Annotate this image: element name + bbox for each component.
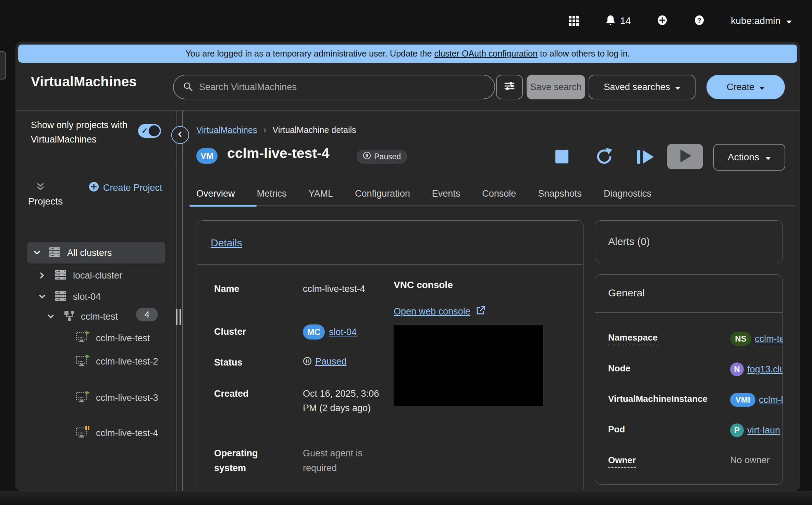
tree-item-vm-cclm-live-test-3[interactable]: cclm-live-test-3	[75, 391, 159, 406]
plus-circle-icon	[657, 15, 668, 27]
details-card: Details Name cclm-live-test-4 Cluster MC…	[197, 220, 583, 491]
actions-dropdown[interactable]: Actions	[713, 144, 785, 171]
notifications-button[interactable]: 14	[605, 15, 631, 27]
tree-item-vm-cclm-live-test-2[interactable]: cclm-live-test-2	[75, 354, 159, 369]
alerts-card: Alerts (0)	[595, 220, 783, 263]
name-value: cclm-live-test-4	[303, 282, 385, 296]
node-link[interactable]: fog13.clu	[747, 364, 783, 375]
tab-yaml[interactable]: YAML	[309, 188, 333, 199]
search-input[interactable]	[198, 82, 485, 93]
left-drawer-handle[interactable]	[0, 51, 6, 79]
status-badge-label: Paused	[374, 152, 401, 161]
breadcrumb-virtualmachines-link[interactable]: VirtualMachines	[196, 125, 257, 135]
vmi-link[interactable]: cclm-li	[759, 395, 783, 405]
chevron-down-icon	[33, 249, 41, 257]
namespace-value: NS cclm-te	[730, 332, 783, 346]
tab-bar-underline	[257, 206, 795, 206]
chevron-down-icon	[47, 312, 55, 321]
tab-diagnostics[interactable]: Diagnostics	[604, 188, 652, 199]
managed-cluster-badge: MC	[303, 324, 325, 340]
banner-text-after: to allow others to log in.	[538, 49, 630, 58]
tab-console[interactable]: Console	[482, 188, 516, 199]
tree-item-label: cclm-live-test	[96, 331, 159, 345]
owner-value: No owner	[730, 455, 783, 466]
tree-item-label: cclm-live-test-2	[96, 354, 159, 369]
banner-text-before: You are logged in as a temporary adminis…	[185, 49, 434, 58]
alerts-heading[interactable]: Alerts (0)	[608, 236, 650, 247]
caret-down-icon	[786, 15, 792, 26]
tree-item-all-clusters[interactable]: All clusters	[27, 242, 165, 263]
user-menu[interactable]: kube:admin	[731, 15, 792, 26]
tab-overview[interactable]: Overview	[196, 188, 235, 199]
oauth-config-link[interactable]: cluster OAuth configuration	[434, 49, 538, 58]
vm-kind-badge: VM	[196, 148, 218, 164]
pod-link[interactable]: virt-laun	[747, 425, 780, 436]
tab-metrics[interactable]: Metrics	[257, 188, 287, 199]
actions-label: Actions	[728, 152, 759, 163]
toggle-knob	[149, 125, 160, 136]
advanced-search-button[interactable]	[496, 75, 523, 99]
tab-configuration[interactable]: Configuration	[355, 188, 410, 199]
help-button[interactable]: ?	[694, 15, 705, 27]
notification-count: 14	[620, 15, 631, 26]
vm-running-icon	[75, 354, 90, 369]
tab-snapshots[interactable]: Snapshots	[538, 188, 582, 199]
pod-value: P virt-laun	[730, 423, 783, 437]
details-heading-link[interactable]: Details	[211, 237, 242, 249]
owner-text: No owner	[730, 455, 770, 466]
save-search-button[interactable]: Save search	[527, 75, 585, 99]
tree-item-local-cluster[interactable]: local-cluster	[38, 269, 122, 282]
tree-item-label: local-cluster	[73, 270, 122, 281]
namespace-link[interactable]: cclm-te	[755, 334, 783, 344]
resume-icon	[637, 160, 655, 166]
chevron-down-icon	[38, 293, 46, 301]
vm-running-icon	[75, 331, 90, 346]
stop-button[interactable]	[555, 150, 568, 163]
os-value: Guest agent is required	[303, 446, 382, 476]
cluster-link[interactable]: slot-04	[329, 327, 357, 337]
status-link[interactable]: Paused	[315, 356, 347, 367]
projects-section-label: Projects	[28, 196, 63, 207]
created-value: Oct 16, 2025, 3:06 PM (2 days ago)	[303, 386, 383, 415]
open-web-console-link[interactable]: Open web console	[394, 306, 470, 317]
double-chevron-down-icon	[35, 187, 46, 193]
saved-searches-label: Saved searches	[604, 82, 670, 93]
caret-down-icon	[765, 152, 771, 163]
quick-create-button[interactable]	[657, 15, 668, 27]
create-label: Create	[727, 82, 754, 93]
caret-down-icon	[675, 82, 680, 93]
search-bar	[173, 75, 495, 99]
saved-searches-dropdown[interactable]: Saved searches	[589, 75, 696, 99]
tab-events[interactable]: Events	[432, 188, 460, 199]
namespace-kind-badge: NS	[730, 332, 751, 346]
tree-item-vm-cclm-live-test[interactable]: cclm-live-test	[75, 331, 159, 346]
restart-button[interactable]	[595, 148, 613, 167]
resume-button[interactable]	[637, 149, 655, 166]
tree-item-cclm-test[interactable]: cclm-test	[47, 310, 118, 323]
window-bottom-shadow	[0, 491, 812, 505]
sidebar-divider	[15, 165, 176, 165]
panel-resize-grip[interactable]	[176, 309, 177, 325]
app-launcher-icon[interactable]	[569, 16, 579, 26]
vm-running-icon	[75, 391, 90, 406]
tree-item-slot-04[interactable]: slot-04	[38, 290, 101, 304]
node-value: N fog13.clu	[730, 362, 783, 376]
create-project-button[interactable]: Create Project	[89, 182, 162, 194]
show-only-projects-toggle[interactable]: ✓	[138, 124, 161, 138]
bell-icon	[605, 15, 616, 27]
sidebar-collapse-button[interactable]	[171, 126, 189, 144]
collapse-all-button[interactable]	[35, 182, 46, 193]
tree-item-label: cclm-test	[81, 311, 118, 322]
cluster-stack-icon	[49, 247, 61, 259]
panel-divider	[182, 111, 183, 491]
create-button[interactable]: Create	[706, 75, 785, 99]
vm-name-title: cclm-live-test-4	[227, 145, 330, 161]
check-icon: ✓	[142, 126, 148, 135]
panel-resize-grip[interactable]	[180, 309, 181, 325]
play-button[interactable]	[667, 144, 703, 169]
status-value: Paused	[303, 356, 347, 367]
cluster-stack-icon	[54, 269, 67, 282]
tree-item-vm-cclm-live-test-4[interactable]: cclm-live-test-4	[75, 426, 159, 441]
general-card: General Namespace NS cclm-te Node N fog1…	[595, 274, 783, 485]
top-masthead: 14 ? kube:admin	[0, 0, 812, 42]
